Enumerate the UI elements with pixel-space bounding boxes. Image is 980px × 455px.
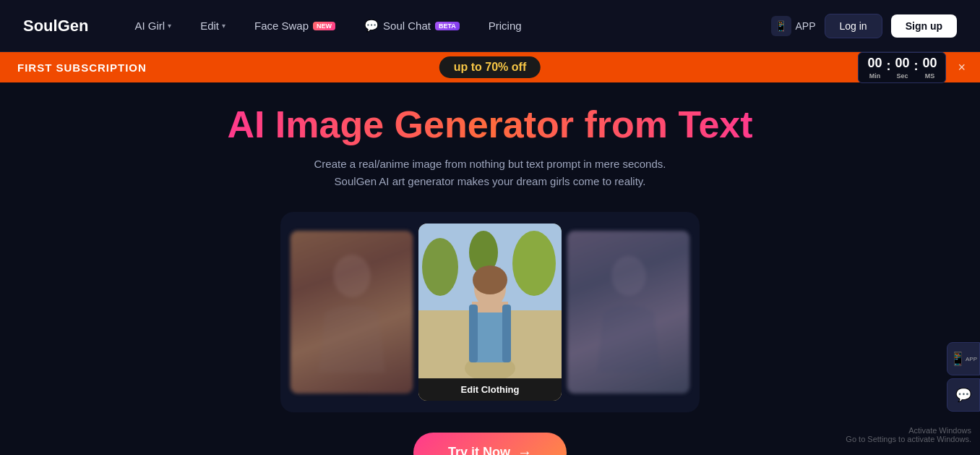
new-badge: NEW bbox=[313, 22, 335, 30]
soul-chat-icon: 💬 bbox=[364, 19, 379, 33]
floating-chat-button[interactable]: 💬 bbox=[947, 378, 980, 412]
floating-app-button[interactable]: 📱 APP bbox=[947, 342, 980, 375]
cta-arrow-icon: → bbox=[517, 444, 532, 455]
svg-rect-10 bbox=[469, 305, 478, 362]
app-button[interactable]: 📱 APP bbox=[771, 16, 816, 36]
login-button[interactable]: Log in bbox=[825, 14, 882, 38]
outdoor-scene bbox=[418, 224, 562, 401]
app-store-label: APP bbox=[966, 356, 977, 362]
nav-right: 📱 APP Log in Sign up bbox=[771, 14, 958, 38]
svg-point-12 bbox=[473, 265, 507, 294]
timer-minutes: 00 bbox=[867, 56, 882, 71]
beta-badge: Beta bbox=[435, 22, 460, 30]
countdown-timer: 00 Min : 00 Sec : 00 MS bbox=[858, 52, 946, 83]
nav-label-soul-chat: Soul Chat bbox=[383, 20, 431, 32]
edit-label: Edit Clothing bbox=[418, 378, 562, 401]
nav-links: AI Girl ▾ Edit ▾ Face Swap NEW 💬 Soul Ch… bbox=[123, 13, 770, 38]
carousel-image-center: Edit Clothing bbox=[418, 224, 562, 401]
nav-item-pricing[interactable]: Pricing bbox=[477, 14, 533, 38]
nav-item-face-swap[interactable]: Face Swap NEW bbox=[243, 14, 347, 38]
promo-center: up to 70% off bbox=[439, 56, 541, 78]
person-silhouette-left bbox=[311, 246, 391, 379]
promo-banner: FIRST SUBSCRIPTION up to 70% off 00 Min … bbox=[0, 52, 980, 82]
timer-seconds-label: Sec bbox=[896, 72, 908, 80]
app-icon: 📱 bbox=[771, 16, 791, 36]
app-store-icon: 📱 bbox=[950, 351, 966, 367]
chat-bubble-icon: 💬 bbox=[955, 387, 971, 403]
person-silhouette-right bbox=[588, 246, 668, 379]
nav-item-ai-girl[interactable]: AI Girl ▾ bbox=[123, 14, 183, 38]
carousel-image-right bbox=[567, 231, 689, 394]
svg-point-3 bbox=[512, 231, 556, 296]
nav-label-edit: Edit bbox=[200, 20, 219, 32]
promo-up-to: up to bbox=[454, 61, 482, 73]
cta-section: Try it Now → bbox=[413, 433, 567, 455]
signup-button[interactable]: Sign up bbox=[891, 14, 957, 38]
hero-subtitle-line2: SoulGen AI art generator makes your drea… bbox=[335, 175, 646, 187]
timer-ms-label: MS bbox=[925, 72, 935, 80]
image-carousel: Edit Clothing bbox=[280, 212, 700, 412]
svg-point-0 bbox=[333, 255, 371, 297]
nav-item-edit[interactable]: Edit ▾ bbox=[189, 14, 237, 38]
timer-seconds-group: 00 Sec bbox=[895, 56, 909, 80]
logo[interactable]: SoulGen bbox=[23, 17, 88, 35]
timer-sep-2: : bbox=[914, 59, 918, 77]
navbar: SoulGen AI Girl ▾ Edit ▾ Face Swap NEW 💬… bbox=[0, 0, 980, 52]
image-placeholder-center: Edit Clothing bbox=[418, 224, 562, 401]
hero-title: AI Image Generator from Text bbox=[227, 104, 752, 145]
chevron-down-icon: ▾ bbox=[222, 22, 225, 30]
promo-discount-amount: 70% off bbox=[485, 61, 526, 73]
svg-rect-11 bbox=[502, 305, 511, 362]
promo-close-button[interactable]: × bbox=[958, 60, 966, 75]
promo-right: 00 Min : 00 Sec : 00 MS × bbox=[858, 52, 966, 83]
hero-subtitle: Create a real/anime image from nothing b… bbox=[314, 156, 666, 190]
promo-left-text: FIRST SUBSCRIPTION bbox=[17, 61, 147, 74]
svg-point-2 bbox=[422, 238, 458, 296]
nav-label-ai-girl: AI Girl bbox=[134, 20, 165, 32]
floating-right-panel: 📱 APP 💬 bbox=[947, 342, 980, 412]
hero-subtitle-line1: Create a real/anime image from nothing b… bbox=[314, 158, 666, 170]
timer-minutes-group: 00 Min bbox=[867, 56, 882, 80]
nav-item-soul-chat[interactable]: 💬 Soul Chat Beta bbox=[353, 13, 471, 38]
app-label: APP bbox=[796, 20, 816, 32]
timer-seconds: 00 bbox=[895, 56, 909, 71]
nav-label-pricing: Pricing bbox=[489, 20, 522, 32]
discount-pill: up to 70% off bbox=[439, 56, 541, 78]
cta-label: Try it Now bbox=[448, 445, 510, 455]
timer-ms: 00 bbox=[922, 56, 937, 71]
timer-minutes-label: Min bbox=[869, 72, 881, 80]
image-placeholder-right bbox=[567, 231, 689, 394]
carousel-image-left bbox=[290, 231, 413, 394]
timer-ms-group: 00 MS bbox=[922, 56, 937, 80]
timer-sep-1: : bbox=[886, 59, 890, 77]
try-it-now-button[interactable]: Try it Now → bbox=[413, 433, 567, 455]
image-placeholder-left bbox=[290, 231, 413, 394]
chevron-down-icon: ▾ bbox=[168, 22, 171, 30]
svg-point-13 bbox=[611, 255, 646, 295]
nav-label-face-swap: Face Swap bbox=[254, 20, 309, 32]
main-content: AI Image Generator from Text Create a re… bbox=[0, 82, 980, 455]
